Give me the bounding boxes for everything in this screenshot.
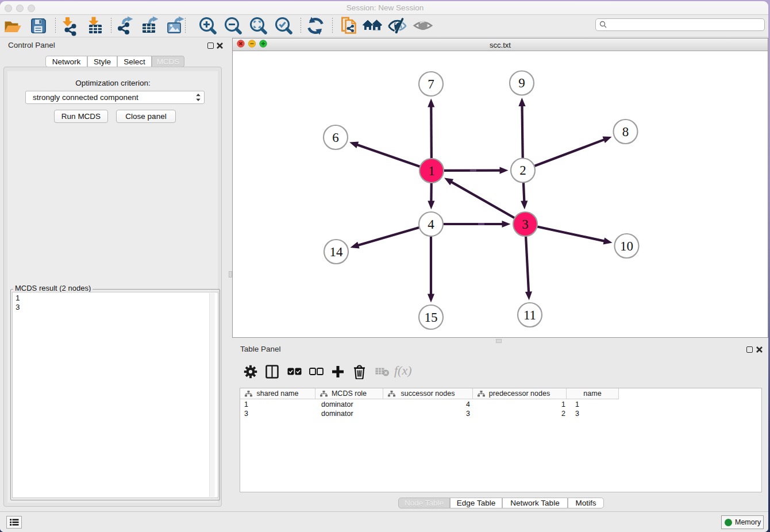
svg-text:11: 11 xyxy=(523,308,536,322)
svg-text:6: 6 xyxy=(332,130,339,145)
svg-text:14: 14 xyxy=(330,245,344,259)
svg-text:1: 1 xyxy=(428,164,435,178)
svg-text:15: 15 xyxy=(425,310,438,325)
svg-text:9: 9 xyxy=(518,76,525,90)
svg-text:3: 3 xyxy=(522,217,529,232)
svg-text:8: 8 xyxy=(622,125,629,139)
svg-text:2: 2 xyxy=(519,163,526,178)
svg-text:4: 4 xyxy=(428,217,434,232)
svg-text:10: 10 xyxy=(620,239,633,253)
svg-text:7: 7 xyxy=(428,77,434,91)
